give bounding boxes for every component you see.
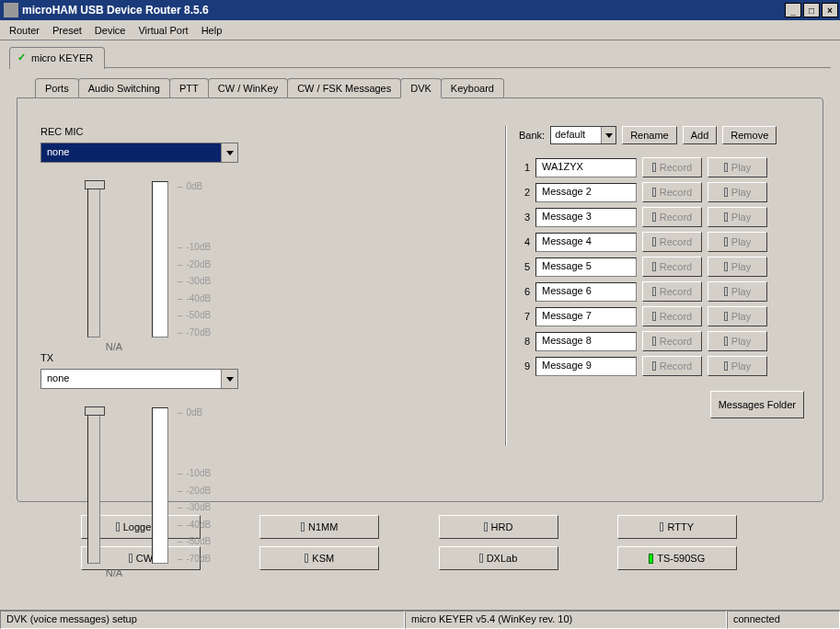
led-icon (724, 312, 728, 321)
slider-thumb[interactable] (85, 406, 105, 416)
rec-mic-ticks: – 0dB – -10dB – -20dB – -30dB – -40dB – … (178, 181, 211, 337)
tx-combo[interactable]: none (40, 369, 238, 389)
preset-rtty[interactable]: RTTY (617, 515, 737, 539)
led-icon (652, 163, 656, 172)
tab-dvk[interactable]: DVK (400, 78, 442, 98)
status-bar: DVK (voice messages) setup micro KEYER v… (0, 610, 840, 629)
menu-preset[interactable]: Preset (52, 25, 82, 36)
chevron-down-icon[interactable] (221, 143, 237, 162)
message-row: 2Message 2RecordPlay (519, 182, 804, 202)
menu-help[interactable]: Help (201, 25, 223, 36)
messages-folder-button[interactable]: Messages Folder (710, 391, 804, 418)
record-button-2[interactable]: Record (642, 182, 702, 202)
message-input-4[interactable]: Message 4 (535, 233, 637, 252)
tab-cw-fsk-messages[interactable]: CW / FSK Messages (287, 78, 401, 98)
play-button-9[interactable]: Play (708, 356, 767, 376)
bank-value: default (551, 127, 601, 143)
message-input-2[interactable]: Message 2 (535, 183, 637, 202)
tab-ports[interactable]: Ports (35, 78, 79, 98)
rename-button[interactable]: Rename (622, 126, 677, 144)
led-icon (724, 337, 728, 346)
app-icon (4, 3, 18, 17)
check-icon: ✓ (17, 51, 26, 63)
window-title: microHAM USB Device Router 8.5.6 (22, 4, 785, 17)
preset-ts590sg[interactable]: TS-590SG (617, 546, 737, 570)
tx-meter (152, 407, 168, 564)
message-input-3[interactable]: Message 3 (535, 208, 637, 227)
status-left: DVK (voice messages) setup (0, 611, 405, 629)
chevron-down-icon[interactable] (601, 127, 616, 143)
tab-keyboard[interactable]: Keyboard (441, 78, 504, 98)
tx-na: N/A (82, 567, 146, 578)
rec-mic-label: REC MIC (40, 126, 252, 137)
led-icon (652, 262, 656, 271)
rec-mic-value: none (41, 143, 221, 162)
play-button-7[interactable]: Play (708, 306, 767, 326)
play-button-2[interactable]: Play (708, 182, 767, 202)
dvk-panel: REC MIC none N/A – 0dB (17, 97, 823, 502)
bank-combo[interactable]: default (550, 126, 616, 144)
record-button-6[interactable]: Record (642, 281, 702, 302)
record-button-5[interactable]: Record (642, 257, 702, 277)
divider (505, 126, 507, 446)
add-button[interactable]: Add (683, 126, 718, 144)
menu-router[interactable]: Router (9, 25, 40, 36)
device-tab-label: micro KEYER (31, 52, 93, 63)
status-mid: micro KEYER v5.4 (WinKey rev. 10) (405, 611, 727, 629)
tx-ticks: – 0dB – -10dB – -20dB – -30dB – -40dB – … (178, 407, 211, 564)
maximize-button[interactable]: □ (803, 3, 820, 17)
tab-ptt[interactable]: PTT (169, 78, 209, 98)
chevron-down-icon[interactable] (221, 370, 237, 388)
message-input-5[interactable]: Message 5 (535, 257, 637, 277)
led-icon (652, 337, 656, 346)
led-icon (652, 188, 656, 197)
led-icon (724, 361, 728, 371)
play-button-4[interactable]: Play (708, 232, 767, 252)
record-button-3[interactable]: Record (642, 207, 702, 227)
device-tab-microkeyer[interactable]: ✓ micro KEYER (9, 47, 105, 69)
close-button[interactable]: × (822, 3, 838, 17)
play-button-1[interactable]: Play (708, 157, 767, 177)
play-button-6[interactable]: Play (708, 281, 767, 302)
message-input-6[interactable]: Message 6 (535, 282, 637, 302)
led-icon (652, 212, 656, 222)
tab-audio-switching[interactable]: Audio Switching (78, 78, 170, 98)
rec-mic-combo[interactable]: none (40, 143, 238, 163)
message-list: 1WA1ZYXRecordPlay 2Message 2RecordPlay 3… (519, 157, 804, 376)
play-button-5[interactable]: Play (708, 257, 767, 277)
play-button-3[interactable]: Play (708, 207, 767, 227)
menu-virtual-port[interactable]: Virtual Port (138, 25, 188, 36)
play-button-8[interactable]: Play (708, 331, 767, 351)
rec-mic-slider[interactable] (87, 181, 100, 337)
led-icon (652, 237, 656, 246)
menu-device[interactable]: Device (95, 25, 126, 36)
message-input-1[interactable]: WA1ZYX (535, 158, 637, 177)
message-input-9[interactable]: Message 9 (535, 357, 637, 376)
led-icon (652, 312, 656, 321)
tab-cw-winkey[interactable]: CW / WinKey (208, 78, 288, 98)
device-tab-row: ✓ micro KEYER (0, 40, 840, 68)
menu-bar: Router Preset Device Virtual Port Help (0, 20, 840, 40)
record-button-4[interactable]: Record (642, 232, 702, 252)
message-row: 4Message 4RecordPlay (519, 232, 804, 252)
message-row: 6Message 6RecordPlay (519, 281, 804, 302)
led-icon (649, 554, 653, 564)
bank-label: Bank: (519, 130, 545, 141)
message-input-8[interactable]: Message 8 (535, 332, 637, 351)
slider-thumb[interactable] (85, 180, 105, 189)
led-icon (724, 212, 728, 222)
led-icon (652, 361, 656, 371)
record-button-8[interactable]: Record (642, 331, 702, 351)
record-button-1[interactable]: Record (642, 157, 702, 177)
message-row: 3Message 3RecordPlay (519, 207, 804, 227)
tx-slider[interactable] (87, 407, 100, 564)
led-icon (660, 522, 663, 532)
record-button-9[interactable]: Record (642, 356, 702, 376)
record-button-7[interactable]: Record (642, 306, 702, 326)
status-right: connected (727, 611, 840, 629)
minimize-button[interactable]: _ (785, 3, 801, 17)
message-row: 9Message 9RecordPlay (519, 356, 804, 376)
message-input-7[interactable]: Message 7 (535, 307, 637, 326)
title-bar: microHAM USB Device Router 8.5.6 _ □ × (0, 0, 840, 20)
remove-button[interactable]: Remove (722, 126, 777, 144)
